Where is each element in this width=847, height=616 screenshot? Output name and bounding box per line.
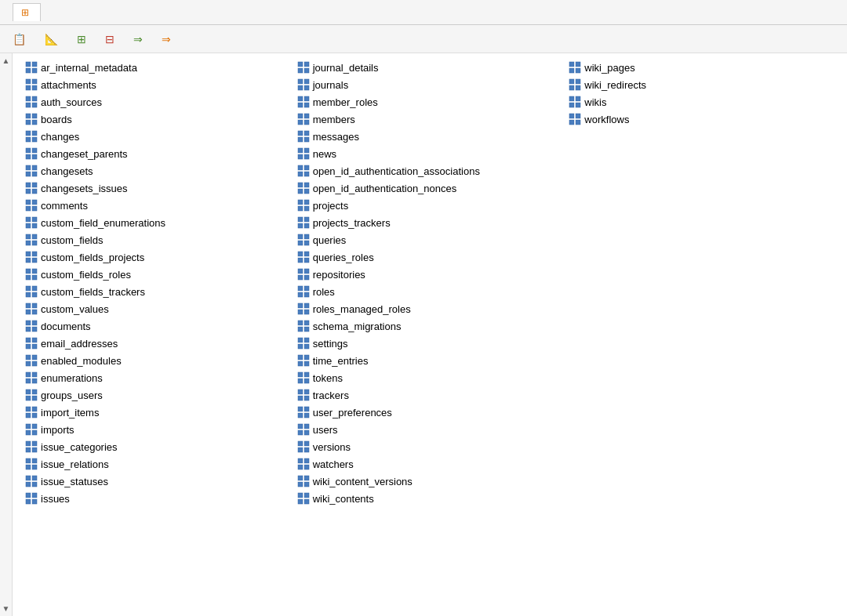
- scroll-down-arrow[interactable]: ▼: [2, 604, 10, 613]
- table-item-email_addresses[interactable]: email_addresses: [22, 335, 294, 351]
- table-item-settings[interactable]: settings: [294, 335, 566, 351]
- delete-table-button[interactable]: ⊟: [99, 31, 124, 48]
- table-item-member_roles[interactable]: member_roles: [294, 94, 566, 110]
- scroll-up-arrow[interactable]: ▲: [2, 56, 10, 65]
- table-item-custom_fields[interactable]: custom_fields: [22, 232, 294, 248]
- table-item-news[interactable]: news: [294, 146, 566, 161]
- table-item-trackers[interactable]: trackers: [294, 387, 566, 403]
- table-item-roles[interactable]: roles: [294, 284, 566, 299]
- svg-rect-90: [26, 321, 31, 325]
- table-item-journal_details[interactable]: journal_details: [294, 60, 566, 75]
- table-item-comments[interactable]: comments: [22, 197, 294, 213]
- open-table-button[interactable]: 📋: [6, 31, 35, 48]
- svg-rect-180: [298, 131, 303, 136]
- svg-rect-157: [304, 62, 309, 67]
- table-item-repositories[interactable]: repositories: [294, 266, 566, 282]
- table-item-tokens[interactable]: tokens: [294, 370, 566, 386]
- table-icon: [569, 113, 581, 125]
- table-icon: [297, 492, 310, 505]
- import-wizard-button[interactable]: ⇒: [127, 31, 152, 48]
- table-item-custom_values[interactable]: custom_values: [22, 301, 294, 317]
- table-item-schema_migrations[interactable]: schema_migrations: [294, 318, 566, 334]
- table-item-projects[interactable]: projects: [294, 197, 566, 213]
- table-item-changesets[interactable]: changesets: [22, 163, 294, 179]
- table-item-custom_fields_trackers[interactable]: custom_fields_trackers: [22, 284, 294, 299]
- new-table-button[interactable]: ⊞: [71, 31, 96, 48]
- table-item-users[interactable]: users: [294, 422, 566, 437]
- table-item-wikis[interactable]: wikis: [565, 94, 838, 110]
- table-item-roles_managed_roles[interactable]: roles_managed_roles: [294, 301, 566, 317]
- svg-rect-297: [304, 465, 309, 469]
- table-item-issue_relations[interactable]: issue_relations: [22, 456, 294, 472]
- table-item-groups_users[interactable]: groups_users: [22, 387, 294, 403]
- table-item-boards[interactable]: boards: [22, 111, 294, 127]
- svg-rect-163: [304, 79, 309, 84]
- svg-rect-153: [32, 499, 37, 504]
- table-item-changesets_issues[interactable]: changesets_issues: [22, 180, 294, 196]
- table-name: ar_internal_metadata: [41, 62, 137, 74]
- svg-rect-134: [26, 448, 31, 452]
- svg-rect-294: [298, 458, 303, 463]
- table-item-ar_internal_metadata[interactable]: ar_internal_metadata: [22, 60, 294, 75]
- table-icon: [25, 61, 38, 74]
- table-item-custom_fields_roles[interactable]: custom_fields_roles: [22, 266, 294, 282]
- svg-rect-109: [32, 372, 37, 377]
- table-icon: [297, 130, 310, 143]
- table-name: wiki_redirects: [584, 79, 646, 91]
- export-wizard-button[interactable]: ⇒: [155, 31, 180, 48]
- table-item-custom_field_enumerations[interactable]: custom_field_enumerations: [22, 215, 294, 230]
- table-item-imports[interactable]: imports: [22, 422, 294, 437]
- table-name: email_addresses: [41, 338, 118, 350]
- svg-rect-91: [32, 321, 37, 325]
- table-item-enumerations[interactable]: enumerations: [22, 370, 294, 386]
- svg-rect-144: [26, 476, 31, 480]
- table-icon: [25, 216, 38, 229]
- table-item-workflows[interactable]: workflows: [565, 111, 838, 127]
- tab-icon: ⊞: [21, 7, 29, 18]
- table-item-wiki_contents[interactable]: wiki_contents: [294, 491, 566, 506]
- table-item-journals[interactable]: journals: [294, 77, 566, 92]
- svg-rect-61: [32, 234, 37, 239]
- table-item-issue_categories[interactable]: issue_categories: [22, 439, 294, 455]
- table-item-time_entries[interactable]: time_entries: [294, 353, 566, 368]
- table-item-enabled_modules[interactable]: enabled_modules: [22, 353, 294, 368]
- table-item-queries_roles[interactable]: queries_roles: [294, 249, 566, 265]
- table-item-versions[interactable]: versions: [294, 439, 566, 455]
- table-item-issue_statuses[interactable]: issue_statuses: [22, 473, 294, 489]
- table-item-wiki_content_versions[interactable]: wiki_content_versions: [294, 473, 566, 489]
- svg-rect-56: [26, 223, 31, 228]
- table-item-auth_sources[interactable]: auth_sources: [22, 94, 294, 110]
- table-item-wiki_redirects[interactable]: wiki_redirects: [565, 77, 838, 92]
- table-item-messages[interactable]: messages: [294, 129, 566, 144]
- table-name: time_entries: [313, 355, 369, 367]
- svg-rect-260: [298, 361, 303, 366]
- table-item-open_id_authentication_associations[interactable]: open_id_authentication_associations: [294, 163, 566, 179]
- table-item-projects_trackers[interactable]: projects_trackers: [294, 215, 566, 230]
- table-item-documents[interactable]: documents: [22, 318, 294, 334]
- svg-rect-158: [298, 68, 303, 73]
- svg-rect-14: [26, 103, 31, 107]
- table-name: workflows: [584, 114, 629, 125]
- table-item-user_preferences[interactable]: user_preferences: [294, 404, 566, 420]
- table-item-issues[interactable]: issues: [22, 491, 294, 506]
- svg-rect-6: [26, 79, 31, 84]
- svg-rect-201: [304, 189, 309, 194]
- table-item-watchers[interactable]: watchers: [294, 456, 566, 472]
- svg-rect-219: [304, 241, 309, 245]
- table-item-wiki_pages[interactable]: wiki_pages: [565, 60, 838, 75]
- table-item-changeset_parents[interactable]: changeset_parents: [22, 146, 294, 161]
- table-item-import_items[interactable]: import_items: [22, 404, 294, 420]
- table-name: wiki_content_versions: [313, 476, 413, 487]
- table-name: wiki_pages: [584, 62, 634, 74]
- design-table-button[interactable]: 📐: [38, 31, 67, 48]
- table-item-open_id_authentication_nonces[interactable]: open_id_authentication_nonces: [294, 180, 566, 196]
- query-tab[interactable]: ⊞: [13, 3, 41, 21]
- table-item-queries[interactable]: queries: [294, 232, 566, 248]
- table-icon: [25, 147, 38, 160]
- table-item-changes[interactable]: changes: [22, 129, 294, 144]
- table-icon: [297, 268, 310, 281]
- table-icon: [297, 458, 310, 470]
- table-item-custom_fields_projects[interactable]: custom_fields_projects: [22, 249, 294, 265]
- table-item-attachments[interactable]: attachments: [22, 77, 294, 92]
- table-item-members[interactable]: members: [294, 111, 566, 127]
